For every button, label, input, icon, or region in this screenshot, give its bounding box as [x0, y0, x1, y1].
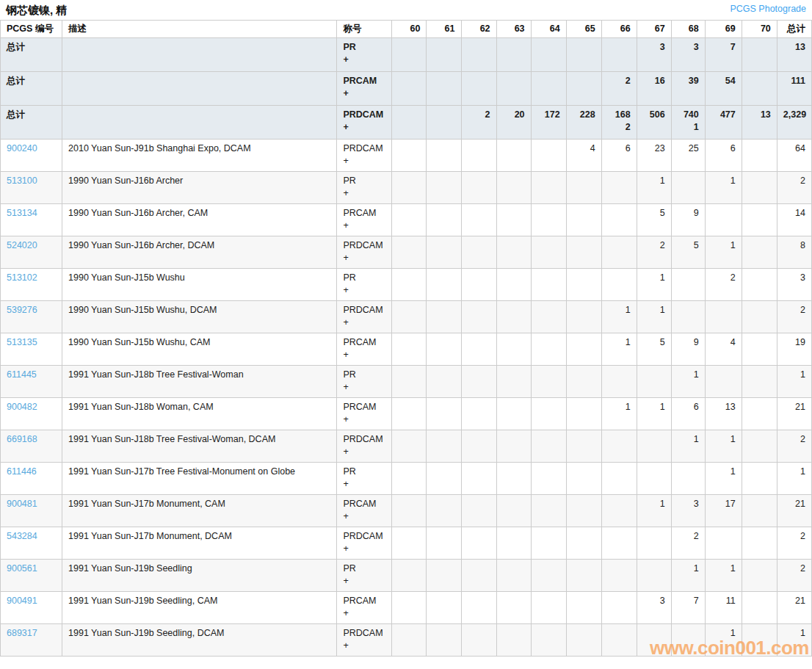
- description-cell: 1991 Yuan Sun-J18b Tree Festival-Woman, …: [62, 430, 337, 463]
- grade-61-cell: [427, 301, 461, 333]
- total-row: 总计PRDCAM+22017222816825067401477132,329: [1, 106, 812, 140]
- grade-61-cell: [427, 269, 461, 301]
- pcgs-number-link[interactable]: 513102: [7, 272, 37, 283]
- pcgs-number-link[interactable]: 900481: [7, 499, 37, 509]
- designation-cell: PRDCAM+: [337, 624, 392, 657]
- column-header-14: 总计: [777, 21, 811, 38]
- grade-68-cell: 7: [671, 592, 705, 624]
- grade-68-cell: 9: [671, 204, 705, 236]
- grade-65-cell: [566, 560, 601, 592]
- grade-count: 4: [573, 142, 595, 155]
- grade-64-cell: [531, 592, 566, 624]
- grade-64-cell: [531, 560, 566, 592]
- description-cell: 1990 Yuan Sun-J15b Wushu, DCAM: [62, 301, 337, 333]
- designation-plus: +: [343, 575, 385, 587]
- grade-count: 16: [643, 75, 665, 87]
- grade-67-cell: [637, 527, 671, 560]
- grade-70-cell: [742, 72, 777, 106]
- table-row: 9002402010 Yuan Sun-J91b Shanghai Expo, …: [1, 140, 812, 172]
- grade-65-cell: [566, 592, 601, 624]
- grade-count: 3: [678, 498, 699, 510]
- grade-65-cell: [566, 430, 601, 463]
- designation-plus: +: [343, 155, 385, 167]
- pcgs-number-link[interactable]: 513134: [7, 208, 37, 218]
- grade-61-cell: [427, 398, 461, 430]
- description-cell: 1991 Yuan Sun-J19b Seedling: [62, 560, 337, 592]
- table-row: 9004911991 Yuan Sun-J19b Seedling, CAMPR…: [1, 592, 812, 624]
- grade-62-cell: [461, 560, 496, 592]
- grade-61-cell: [427, 38, 461, 72]
- pcgs-number-link[interactable]: 900482: [7, 402, 37, 412]
- grade-65-cell: 228: [566, 106, 601, 140]
- pcgs-number-link[interactable]: 611446: [7, 466, 37, 477]
- grade-67-cell: 16: [637, 72, 671, 106]
- description-cell: 1990 Yuan Sun-J16b Archer, CAM: [62, 204, 337, 236]
- designation-label: PRCAM: [343, 207, 385, 220]
- description-cell: 1990 Yuan Sun-J15b Wushu: [62, 269, 337, 301]
- table-row: 9005611991 Yuan Sun-J19b SeedlingPR+112: [1, 560, 812, 592]
- grade-67-cell: 506: [637, 106, 671, 140]
- grade-68-cell: 3: [671, 495, 705, 527]
- grade-66-cell: [601, 204, 637, 236]
- grade-65-cell: [566, 38, 601, 72]
- pcgs-number-link[interactable]: 669168: [7, 434, 37, 444]
- grade-66-cell: 1: [601, 333, 637, 366]
- grade-70-cell: [742, 624, 777, 657]
- grade-66-cell: [601, 592, 637, 624]
- grade-count: 3: [678, 41, 699, 54]
- grade-count: 2: [608, 75, 631, 87]
- pcgs-number-cell: 513102: [1, 269, 62, 301]
- grade-count: 1: [678, 433, 699, 446]
- grade-count: 64: [783, 142, 805, 155]
- pcgs-number-cell: 543284: [1, 527, 62, 560]
- grade-61-cell: [427, 333, 461, 366]
- grade-63-cell: [496, 624, 531, 657]
- pcgs-number-link[interactable]: 900240: [7, 143, 37, 153]
- description-cell: 1991 Yuan Sun-J18b Woman, CAM: [62, 398, 337, 430]
- grade-63-cell: [496, 172, 531, 204]
- grade-count: 2: [678, 530, 699, 543]
- pcgs-number-link[interactable]: 611445: [7, 369, 37, 380]
- table-row: 6691681991 Yuan Sun-J18b Tree Festival-W…: [1, 430, 812, 463]
- grade-66-cell: [601, 366, 637, 398]
- grade-66-cell: [601, 236, 637, 269]
- grade-64-cell: [531, 333, 566, 366]
- grade-64-cell: [531, 38, 566, 72]
- pcgs-photograde-link[interactable]: PCGS Photograde: [730, 4, 806, 14]
- grade-67-cell: 2: [637, 236, 671, 269]
- pcgs-number-link[interactable]: 689317: [7, 628, 37, 638]
- pcgs-number-link[interactable]: 543284: [7, 531, 37, 541]
- designation-label: PRDCAM: [343, 433, 385, 446]
- grade-64-cell: [531, 624, 566, 657]
- grade-count: 1: [643, 498, 665, 510]
- designation-plus: +: [343, 317, 385, 329]
- grade-62-cell: [461, 333, 496, 366]
- grade-67-cell: 5: [637, 333, 671, 366]
- grade-70-cell: [742, 38, 777, 72]
- grade-count: 506: [643, 109, 665, 121]
- grade-total-cell: 1: [777, 463, 811, 495]
- grade-70-cell: [742, 463, 777, 495]
- pcgs-number-cell: 669168: [1, 430, 62, 463]
- grade-62-cell: [461, 172, 496, 204]
- designation-plus: +: [343, 413, 385, 426]
- grade-70-cell: [742, 333, 777, 366]
- grade-plus-count: 2: [608, 121, 631, 134]
- pcgs-number-link[interactable]: 513135: [7, 337, 37, 347]
- grade-60-cell: [392, 269, 427, 301]
- pcgs-number-link[interactable]: 900561: [7, 563, 37, 574]
- grade-total-cell: 64: [777, 140, 811, 172]
- grade-63-cell: [496, 38, 531, 72]
- grade-60-cell: [392, 495, 427, 527]
- designation-label: PRDCAM: [343, 304, 385, 317]
- pcgs-number-link[interactable]: 513100: [7, 176, 37, 186]
- pcgs-number-link[interactable]: 900491: [7, 596, 37, 606]
- pcgs-number-link[interactable]: 524020: [7, 240, 37, 250]
- grade-count: 2,329: [783, 109, 805, 121]
- pcgs-number-link[interactable]: 539276: [7, 305, 37, 315]
- grade-60-cell: [392, 140, 427, 172]
- grade-63-cell: [496, 495, 531, 527]
- grade-68-cell: [671, 301, 705, 333]
- grade-68-cell: 5: [671, 236, 705, 269]
- designation-plus: +: [343, 220, 385, 232]
